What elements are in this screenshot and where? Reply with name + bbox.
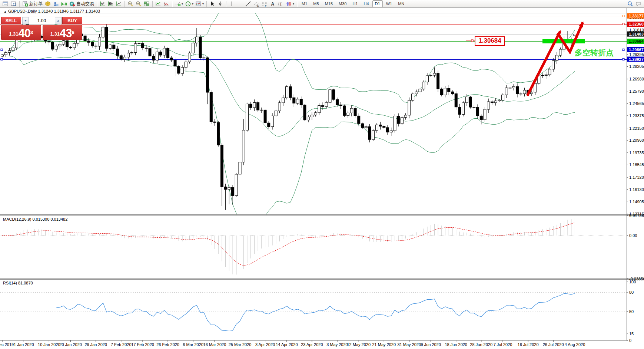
zoom-in-icon — [127, 1, 133, 7]
dropdown-caret-icon[interactable]: ▾ — [293, 2, 294, 6]
volume-input[interactable] — [29, 17, 55, 24]
chat-icon[interactable] — [634, 0, 643, 7]
zoom-out-button[interactable] — [135, 0, 143, 7]
svg-text:T: T — [280, 2, 282, 6]
volume-increase-button[interactable] — [55, 17, 61, 24]
candlestick — [332, 90, 335, 99]
sell-quote-button[interactable]: 1.31403 — [1, 25, 41, 40]
candlestick — [113, 45, 115, 49]
candlestick — [477, 107, 479, 116]
date-label: 16 Mar 2020 — [203, 342, 226, 347]
candlestick — [491, 102, 493, 103]
equidistant-channel-tool-button[interactable]: E — [252, 0, 260, 7]
price-annotation-box[interactable]: 1.30684 — [475, 36, 505, 46]
tile-windows-button[interactable] — [143, 0, 151, 7]
indicators-window-button[interactable] — [154, 0, 162, 7]
dropdown-caret-icon[interactable]: ▾ — [192, 2, 193, 6]
templates-button[interactable]: ▾ — [195, 0, 205, 7]
candlestick — [462, 103, 465, 115]
sell-button[interactable]: SELL — [1, 17, 21, 24]
price-flag-handle-icon[interactable] — [471, 40, 473, 42]
chart-symbol-line: ▲GBPUSD-,Daily 1.31240 1.31846 1.31177 1… — [4, 9, 100, 13]
crosshair-tool-button[interactable] — [216, 0, 225, 7]
macd-tick-label: 0.00 — [629, 233, 637, 238]
candlestick — [293, 98, 295, 103]
candlestick — [73, 43, 76, 48]
text-label-tool-button[interactable]: T — [277, 0, 285, 7]
candlestick — [419, 89, 421, 92]
candlestick — [199, 37, 202, 58]
candlestick — [167, 48, 169, 58]
timeframe-h4-button[interactable]: H4 — [361, 0, 372, 7]
search-icon[interactable] — [626, 0, 634, 7]
level-handle-icon[interactable] — [623, 59, 624, 60]
candlestick — [465, 97, 468, 103]
buy-quote-button[interactable]: 1.31436 — [43, 25, 83, 40]
bar-chart-button[interactable] — [99, 0, 107, 7]
candlestick — [268, 123, 270, 126]
volume-decrease-button[interactable] — [22, 17, 29, 24]
candlestick — [55, 46, 57, 49]
shapes-tool-button[interactable]: ▾ — [285, 0, 295, 7]
candlestick — [498, 100, 501, 101]
level-handle-icon[interactable] — [623, 49, 624, 51]
level-handle-icon[interactable] — [1, 59, 3, 60]
timeframe-h1-button[interactable]: H1 — [350, 0, 360, 7]
candlestick — [325, 102, 328, 106]
price-tick-label: 1.22150 — [629, 126, 644, 131]
objects-window-button[interactable] — [162, 0, 170, 7]
level-handle-icon[interactable] — [623, 15, 624, 17]
level-handle-icon[interactable] — [1, 49, 3, 51]
tester-button[interactable] — [10, 0, 18, 7]
trendline-tool-button[interactable] — [244, 0, 252, 7]
volume-box — [22, 17, 62, 24]
timeframe-d1-button[interactable]: D1 — [372, 0, 383, 7]
text-icon: A — [270, 1, 276, 7]
periods-button[interactable]: ▾ — [184, 0, 195, 7]
fibonacci-tool-button[interactable]: F — [260, 0, 269, 7]
line-chart-button[interactable] — [115, 0, 123, 7]
candlestick — [156, 52, 158, 60]
candlestick — [59, 44, 61, 46]
sell-price-sup: 3 — [30, 25, 33, 40]
timeframe-w1-button[interactable]: W1 — [384, 0, 395, 7]
timeframe-m1-button[interactable]: M1 — [299, 0, 310, 7]
candlestick-chart-button[interactable] — [107, 0, 115, 7]
one-click-trading-panel: SELL BUY 1.31403 1.31436 — [1, 17, 82, 40]
add-indicator-button[interactable]: ▾ — [174, 0, 184, 7]
candlestick — [246, 104, 248, 130]
vertical-line-tool-button[interactable] — [228, 0, 236, 7]
candlestick — [415, 92, 418, 94]
candlestick — [502, 95, 504, 100]
level-handle-icon[interactable] — [623, 23, 624, 25]
rsi-tick-label: 0 — [629, 338, 631, 343]
price-level-label: 1.32360 — [629, 22, 644, 26]
cursor-tool-button[interactable] — [208, 0, 216, 7]
dropdown-caret-icon[interactable]: ▾ — [182, 2, 183, 6]
terminal-button[interactable] — [1, 0, 10, 7]
signals-button[interactable] — [60, 0, 68, 7]
timeframe-m5-button[interactable]: M5 — [311, 0, 321, 7]
collapse-triangle-icon[interactable]: ▲ — [4, 10, 7, 13]
market-button[interactable] — [44, 0, 52, 7]
zoom-in-button[interactable] — [126, 0, 135, 7]
timeframe-m15-button[interactable]: M15 — [322, 0, 335, 7]
date-label: 25 Mar 2020 — [229, 342, 252, 347]
channel-icon: E — [253, 1, 259, 7]
dropdown-caret-icon[interactable]: ▾ — [202, 2, 204, 6]
candlestick — [296, 99, 299, 103]
timeframe-mn-button[interactable]: MN — [395, 0, 407, 7]
candlestick — [102, 27, 104, 37]
price-level-label: 1.33177 — [629, 14, 644, 18]
community-button[interactable] — [52, 0, 60, 7]
timeframe-m30-button[interactable]: M30 — [336, 0, 349, 7]
chart-canvas: 1.330351.318101.306201.293951.282051.269… — [0, 0, 644, 349]
new-order-button[interactable]: 新订单 — [21, 0, 44, 7]
text-tool-button[interactable]: A — [269, 0, 277, 7]
bull-bear-turning-point-text[interactable]: 多空转折点 — [575, 47, 614, 58]
buy-button[interactable]: BUY — [62, 17, 82, 24]
horizontal-line-tool-button[interactable] — [236, 0, 244, 7]
price-tick-label: 1.17320 — [629, 175, 644, 180]
candlestick — [458, 107, 461, 115]
autotrading-button[interactable]: 自动交易 — [68, 0, 95, 7]
